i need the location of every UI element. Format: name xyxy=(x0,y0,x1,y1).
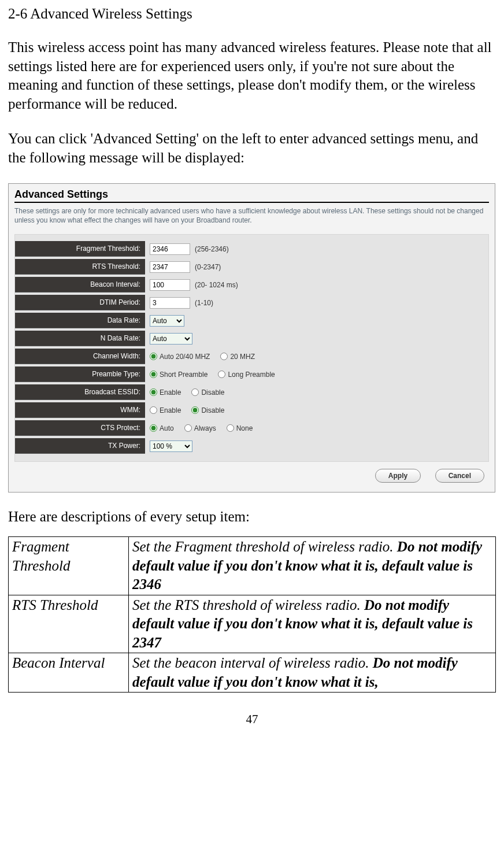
router-ui-screenshot: Advanced Settings These settings are onl… xyxy=(8,183,495,493)
channel-width-auto-radio[interactable] xyxy=(150,353,157,360)
wmm-disable-label: Disable xyxy=(201,406,224,414)
cts-auto-option[interactable]: Auto xyxy=(150,424,174,432)
rts-threshold-input[interactable] xyxy=(150,261,190,273)
table-row: RTS Threshold Set the RTS threshold of w… xyxy=(9,595,496,653)
label-cts-protect: CTS Protect: xyxy=(15,420,145,436)
wmm-disable-option[interactable]: Disable xyxy=(191,406,224,414)
row-channel-width: Channel Width: Auto 20/40 MHZ 20 MHZ xyxy=(15,348,483,365)
broadcast-disable-option[interactable]: Disable xyxy=(191,388,224,397)
rts-threshold-hint: (0-2347) xyxy=(192,263,221,271)
desc-plain: Set the beacon interval of wireless radi… xyxy=(132,655,373,671)
fragment-threshold-hint: (256-2346) xyxy=(192,245,229,253)
channel-width-20-option[interactable]: 20 MHZ xyxy=(220,353,255,361)
row-wmm: WMM: Enable Disable xyxy=(15,402,483,419)
table-row: Fragment Threshold Set the Fragment thre… xyxy=(9,537,496,595)
setting-name-cell: Beacon Interval xyxy=(9,653,129,693)
data-rate-select[interactable]: Auto xyxy=(150,315,184,327)
label-preamble-type: Preamble Type: xyxy=(15,366,145,382)
setting-desc-cell: Set the beacon interval of wireless radi… xyxy=(129,653,496,693)
desc-plain: Set the RTS threshold of wireless radio. xyxy=(132,597,364,613)
channel-width-20-radio[interactable] xyxy=(220,353,228,360)
preamble-short-option[interactable]: Short Preamble xyxy=(150,371,207,379)
document-page: 2-6 Advanced Wireless Settings This wire… xyxy=(0,0,504,738)
cts-none-option[interactable]: None xyxy=(227,424,253,432)
page-number: 47 xyxy=(8,712,496,727)
label-broadcast-essid: Broadcast ESSID: xyxy=(15,384,145,400)
cts-always-radio[interactable] xyxy=(184,424,192,432)
setting-desc-cell: Set the RTS threshold of wireless radio.… xyxy=(129,595,496,653)
broadcast-enable-label: Enable xyxy=(160,388,181,397)
label-rts-threshold: RTS Threshold: xyxy=(15,259,145,275)
wmm-enable-label: Enable xyxy=(160,406,181,414)
intro-paragraph-2: You can click 'Advanced Setting' on the … xyxy=(8,129,496,167)
preamble-short-label: Short Preamble xyxy=(160,371,207,379)
panel-description: These settings are only for more technic… xyxy=(14,206,489,225)
label-tx-power: TX Power: xyxy=(15,438,145,454)
row-cts-protect: CTS Protect: Auto Always None xyxy=(15,420,483,436)
row-tx-power: TX Power: 100 % xyxy=(15,438,483,454)
tx-power-select[interactable]: 100 % xyxy=(150,440,192,452)
cancel-button[interactable]: Cancel xyxy=(435,469,484,483)
cts-auto-radio[interactable] xyxy=(150,424,157,432)
cts-none-label: None xyxy=(236,424,253,432)
table-intro: Here are descriptions of every setup ite… xyxy=(8,509,496,525)
cts-always-label: Always xyxy=(194,424,216,432)
row-rts-threshold: RTS Threshold: (0-2347) xyxy=(15,258,483,275)
n-data-rate-select[interactable]: Auto xyxy=(150,333,192,345)
beacon-interval-input[interactable] xyxy=(150,279,190,291)
apply-button[interactable]: Apply xyxy=(375,469,421,483)
preamble-long-option[interactable]: Long Preamble xyxy=(218,371,275,379)
label-channel-width: Channel Width: xyxy=(15,349,145,364)
fragment-threshold-input[interactable] xyxy=(150,243,190,255)
broadcast-disable-label: Disable xyxy=(201,388,224,397)
button-row: Apply Cancel xyxy=(14,466,489,487)
row-broadcast-essid: Broadcast ESSID: Enable Disable xyxy=(15,384,483,401)
dtim-period-hint: (1-10) xyxy=(192,299,213,307)
label-n-data-rate: N Data Rate: xyxy=(15,331,145,346)
label-data-rate: Data Rate: xyxy=(15,313,145,328)
row-fragment-threshold: Fragment Threshold: (256-2346) xyxy=(15,240,483,257)
setting-name-cell: RTS Threshold xyxy=(9,595,129,653)
cts-always-option[interactable]: Always xyxy=(184,424,216,432)
broadcast-disable-radio[interactable] xyxy=(191,388,199,396)
beacon-interval-hint: (20- 1024 ms) xyxy=(192,281,238,289)
intro-paragraph-1: This wireless access point has many adva… xyxy=(8,38,496,113)
wmm-disable-radio[interactable] xyxy=(191,406,199,414)
settings-description-table: Fragment Threshold Set the Fragment thre… xyxy=(8,536,496,693)
row-preamble-type: Preamble Type: Short Preamble Long Pream… xyxy=(15,366,483,383)
setting-desc-cell: Set the Fragment threshold of wireless r… xyxy=(129,537,496,595)
channel-width-20-label: 20 MHZ xyxy=(230,353,255,361)
preamble-long-label: Long Preamble xyxy=(228,371,275,379)
settings-form: Fragment Threshold: (256-2346) RTS Thres… xyxy=(14,234,489,462)
wmm-enable-radio[interactable] xyxy=(150,406,157,414)
broadcast-enable-option[interactable]: Enable xyxy=(150,388,181,397)
label-beacon-interval: Beacon Interval: xyxy=(15,277,145,292)
row-dtim-period: DTIM Period: (1-10) xyxy=(15,294,483,311)
cts-none-radio[interactable] xyxy=(227,424,234,432)
row-data-rate: Data Rate: Auto xyxy=(15,312,483,329)
setting-name-cell: Fragment Threshold xyxy=(9,537,129,595)
channel-width-auto-label: Auto 20/40 MHZ xyxy=(160,353,210,361)
dtim-period-input[interactable] xyxy=(150,297,190,309)
label-wmm: WMM: xyxy=(15,402,145,418)
desc-plain: Set the Fragment threshold of wireless r… xyxy=(132,539,397,554)
row-beacon-interval: Beacon Interval: (20- 1024 ms) xyxy=(15,276,483,293)
panel-title: Advanced Settings xyxy=(14,188,489,203)
preamble-short-radio[interactable] xyxy=(150,371,157,378)
broadcast-enable-radio[interactable] xyxy=(150,388,157,396)
wmm-enable-option[interactable]: Enable xyxy=(150,406,181,414)
channel-width-auto-option[interactable]: Auto 20/40 MHZ xyxy=(150,353,210,361)
preamble-long-radio[interactable] xyxy=(218,371,225,378)
cts-auto-label: Auto xyxy=(160,424,174,432)
label-fragment-threshold: Fragment Threshold: xyxy=(15,241,145,257)
row-n-data-rate: N Data Rate: Auto xyxy=(15,330,483,347)
table-row: Beacon Interval Set the beacon interval … xyxy=(9,653,496,693)
section-title: 2-6 Advanced Wireless Settings xyxy=(8,6,496,22)
label-dtim-period: DTIM Period: xyxy=(15,295,145,310)
